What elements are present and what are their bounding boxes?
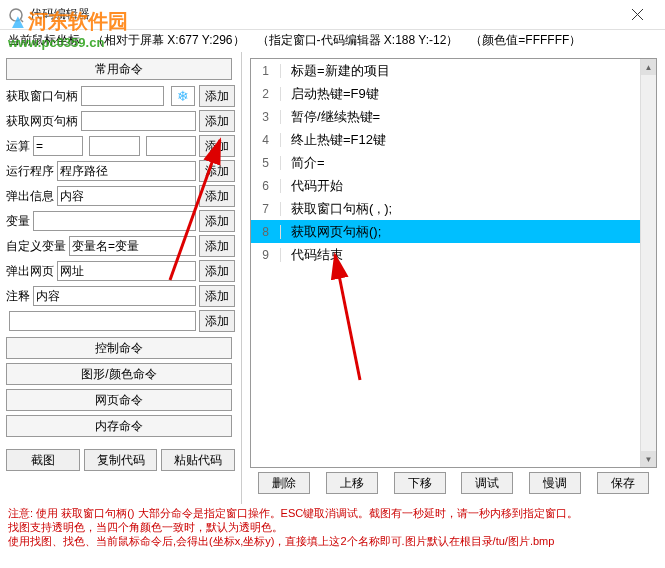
close-button[interactable]	[617, 1, 657, 29]
close-icon	[632, 9, 643, 20]
code-line[interactable]: 8获取网页句柄();	[251, 220, 656, 243]
line-number: 9	[251, 248, 281, 262]
line-number: 7	[251, 202, 281, 216]
line-text: 标题=新建的项目	[281, 62, 390, 80]
note-line-3: 使用找图、找色、当前鼠标命令后,会得出(坐标x,坐标y)，直接填上这2个名称即可…	[8, 534, 657, 548]
get-win-handle-label: 获取窗口句柄	[6, 88, 78, 105]
line-text: 暂停/继续热键=	[281, 108, 380, 126]
compute-input-1[interactable]	[33, 136, 83, 156]
code-line[interactable]: 7获取窗口句柄( , );	[251, 197, 656, 220]
variable-label: 变量	[6, 213, 30, 230]
line-number: 8	[251, 225, 281, 239]
code-line[interactable]: 5简介=	[251, 151, 656, 174]
common-cmd-button[interactable]: 常用命令	[6, 58, 232, 80]
get-web-handle-label: 获取网页句柄	[6, 113, 78, 130]
blank-input[interactable]	[9, 311, 196, 331]
popup-web-label: 弹出网页	[6, 263, 54, 280]
cursor-label: 当前鼠标坐标	[8, 32, 80, 50]
copy-code-button[interactable]: 复制代码	[84, 449, 158, 471]
paste-code-button[interactable]: 粘贴代码	[161, 449, 235, 471]
line-text: 代码结束	[281, 246, 343, 264]
line-text: 获取窗口句柄( , );	[281, 200, 392, 218]
save-button[interactable]: 保存	[597, 472, 649, 494]
add-variable-button[interactable]: 添加	[199, 210, 235, 232]
svg-line-1	[20, 19, 23, 22]
left-panel: 常用命令 获取窗口句柄 ❄ 添加 获取网页句柄 添加 运算 添加 运行程序 添加…	[0, 52, 242, 504]
code-editor[interactable]: 1标题=新建的项目2启动热键=F9键3暂停/继续热键=4终止热键=F12键5简介…	[250, 58, 657, 468]
popup-info-input[interactable]	[57, 186, 196, 206]
add-web-handle-button[interactable]: 添加	[199, 110, 235, 132]
add-run-program-button[interactable]: 添加	[199, 160, 235, 182]
line-text: 简介=	[281, 154, 325, 172]
cursor-window: （指定窗口-代码编辑器 X:188 Y:-12）	[257, 32, 459, 50]
note-line-2: 找图支持透明色，当四个角颜色一致时，默认为透明色。	[8, 520, 657, 534]
cursor-screen: （相对于屏幕 X:677 Y:296）	[92, 32, 245, 50]
right-panel: 1标题=新建的项目2启动热键=F9键3暂停/继续热键=4终止热键=F12键5简介…	[242, 52, 665, 504]
control-cmd-button[interactable]: 控制命令	[6, 337, 232, 359]
app-icon	[8, 7, 24, 23]
add-comment-button[interactable]: 添加	[199, 285, 235, 307]
variable-input[interactable]	[33, 211, 196, 231]
line-number: 1	[251, 64, 281, 78]
add-blank-button[interactable]: 添加	[199, 310, 235, 332]
line-number: 3	[251, 110, 281, 124]
get-web-handle-input[interactable]	[81, 111, 196, 131]
run-program-input[interactable]	[57, 161, 196, 181]
mem-cmd-button[interactable]: 内存命令	[6, 415, 232, 437]
move-down-button[interactable]: 下移	[394, 472, 446, 494]
line-text: 代码开始	[281, 177, 343, 195]
move-up-button[interactable]: 上移	[326, 472, 378, 494]
debug-button[interactable]: 调试	[461, 472, 513, 494]
compute-input-3[interactable]	[146, 136, 196, 156]
code-line[interactable]: 1标题=新建的项目	[251, 59, 656, 82]
line-text: 终止热键=F12键	[281, 131, 386, 149]
add-compute-button[interactable]: 添加	[199, 135, 235, 157]
scroll-up-icon[interactable]: ▲	[641, 59, 656, 75]
note-line-1: 注意: 使用 获取窗口句柄() 大部分命令是指定窗口操作。ESC键取消调试。截图…	[8, 506, 657, 520]
code-line[interactable]: 4终止热键=F12键	[251, 128, 656, 151]
line-number: 2	[251, 87, 281, 101]
get-win-handle-input[interactable]	[81, 86, 164, 106]
line-number: 4	[251, 133, 281, 147]
line-text: 获取网页句柄();	[281, 223, 381, 241]
scroll-down-icon[interactable]: ▼	[641, 451, 656, 467]
slow-debug-button[interactable]: 慢调	[529, 472, 581, 494]
add-popup-info-button[interactable]: 添加	[199, 185, 235, 207]
comment-input[interactable]	[33, 286, 196, 306]
run-program-label: 运行程序	[6, 163, 54, 180]
add-win-handle-button[interactable]: 添加	[199, 85, 235, 107]
cursor-color: （颜色值=FFFFFF）	[470, 32, 581, 50]
delete-button[interactable]: 删除	[258, 472, 310, 494]
add-popup-web-button[interactable]: 添加	[199, 260, 235, 282]
code-line[interactable]: 6代码开始	[251, 174, 656, 197]
web-cmd-button[interactable]: 网页命令	[6, 389, 232, 411]
code-line[interactable]: 2启动热键=F9键	[251, 82, 656, 105]
window-title: 代码编辑器	[30, 6, 617, 23]
graphics-cmd-button[interactable]: 图形/颜色命令	[6, 363, 232, 385]
compute-input-2[interactable]	[89, 136, 139, 156]
code-line[interactable]: 3暂停/继续热键=	[251, 105, 656, 128]
notes: 注意: 使用 获取窗口句柄() 大部分命令是指定窗口操作。ESC键取消调试。截图…	[0, 504, 665, 550]
popup-web-input[interactable]	[57, 261, 196, 281]
screenshot-button[interactable]: 截图	[6, 449, 80, 471]
code-line[interactable]: 9代码结束	[251, 243, 656, 266]
popup-info-label: 弹出信息	[6, 188, 54, 205]
line-number: 5	[251, 156, 281, 170]
custom-var-label: 自定义变量	[6, 238, 66, 255]
custom-var-input[interactable]	[69, 236, 196, 256]
vertical-scrollbar[interactable]: ▲ ▼	[640, 59, 656, 467]
line-text: 启动热键=F9键	[281, 85, 379, 103]
line-number: 6	[251, 179, 281, 193]
snowflake-icon[interactable]: ❄	[171, 86, 195, 106]
compute-label: 运算	[6, 138, 30, 155]
add-custom-var-button[interactable]: 添加	[199, 235, 235, 257]
comment-label: 注释	[6, 288, 30, 305]
